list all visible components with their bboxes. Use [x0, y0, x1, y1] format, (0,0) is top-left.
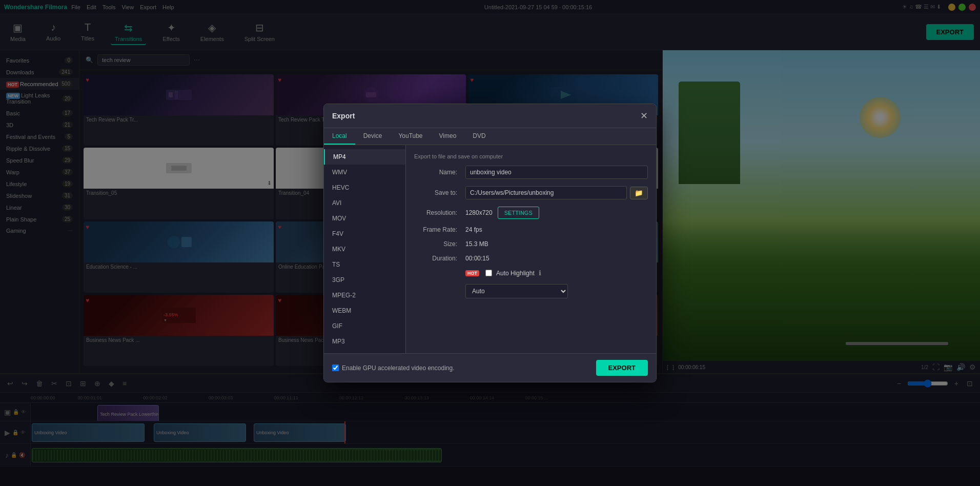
auto-select-value: Auto: [465, 284, 648, 298]
format-ts[interactable]: TS: [324, 257, 405, 272]
auto-select-row: Auto: [414, 284, 648, 298]
name-value: [465, 166, 648, 179]
path-input[interactable]: [465, 186, 627, 199]
dialog-tab-youtube[interactable]: YouTube: [390, 128, 431, 145]
duration-label: Duration:: [414, 255, 465, 262]
path-row: 📁: [465, 186, 648, 199]
saveto-label: Save to:: [414, 189, 465, 196]
format-avi[interactable]: AVI: [324, 195, 405, 211]
autohighlight-value: HOT Auto Highlight ℹ: [465, 269, 648, 277]
duration-value: 00:00:15: [465, 255, 648, 262]
size-display: 15.3 MB: [465, 240, 488, 248]
format-gif[interactable]: GIF: [324, 318, 405, 334]
dialog-tab-dvd[interactable]: DVD: [464, 128, 494, 145]
format-mpeg2[interactable]: MPEG-2: [324, 288, 405, 303]
saveto-row: Save to: 📁: [414, 186, 648, 199]
resolution-settings-button[interactable]: SETTINGS: [498, 207, 539, 219]
resolution-row: Resolution: 1280x720 SETTINGS: [414, 207, 648, 219]
dialog-title: Export: [332, 112, 355, 120]
dialog-body: MP4 WMV HEVC AVI MOV F4V MKV TS 3GP MPEG…: [324, 145, 656, 353]
footer-left: Enable GPU accelerated video encoding.: [332, 364, 454, 372]
framerate-value: 24 fps: [465, 226, 648, 233]
gpu-label: Enable GPU accelerated video encoding.: [342, 364, 454, 372]
format-f4v[interactable]: F4V: [324, 226, 405, 241]
export-dialog: Export ✕ Local Device YouTube Vimeo DVD …: [323, 104, 657, 382]
framerate-display: 24 fps: [465, 226, 482, 233]
auto-select-dropdown[interactable]: Auto: [465, 284, 568, 298]
format-mkv[interactable]: MKV: [324, 241, 405, 257]
size-row: Size: 15.3 MB: [414, 240, 648, 248]
size-value: 15.3 MB: [465, 240, 648, 248]
format-wmv[interactable]: WMV: [324, 165, 405, 180]
dialog-footer: Enable GPU accelerated video encoding. E…: [324, 353, 656, 382]
duration-row: Duration: 00:00:15: [414, 255, 648, 262]
framerate-row: Frame Rate: 24 fps: [414, 226, 648, 233]
format-mp3[interactable]: MP3: [324, 334, 405, 349]
dialog-close-button[interactable]: ✕: [640, 110, 648, 121]
name-label: Name:: [414, 169, 465, 176]
resolution-label: Resolution:: [414, 209, 465, 216]
format-mov[interactable]: MOV: [324, 211, 405, 226]
format-webm[interactable]: WEBM: [324, 303, 405, 318]
format-mp4[interactable]: MP4: [324, 149, 405, 165]
dialog-tab-vimeo[interactable]: Vimeo: [431, 128, 465, 145]
dialog-header: Export ✕: [324, 104, 656, 128]
dialog-tab-local[interactable]: Local: [324, 128, 355, 145]
name-row: Name:: [414, 166, 648, 179]
format-hevc[interactable]: HEVC: [324, 180, 405, 195]
autohighlight-row: HOT Auto Highlight ℹ: [414, 269, 648, 277]
autohighlight-hot-badge: HOT: [465, 270, 479, 276]
saveto-value: 📁: [465, 186, 648, 199]
autohighlight-checkbox[interactable]: [485, 270, 492, 276]
dialog-tabs: Local Device YouTube Vimeo DVD: [324, 128, 656, 145]
resolution-display: 1280x720: [465, 209, 493, 216]
format-list: MP4 WMV HEVC AVI MOV F4V MKV TS 3GP MPEG…: [324, 145, 406, 353]
format-settings: Export to file and save on computer Name…: [406, 145, 656, 353]
duration-display: 00:00:15: [465, 255, 489, 262]
framerate-label: Frame Rate:: [414, 226, 465, 233]
name-input[interactable]: [465, 166, 648, 179]
export-description: Export to file and save on computer: [414, 153, 648, 159]
folder-browse-button[interactable]: 📁: [630, 187, 648, 199]
gpu-checkbox[interactable]: [332, 364, 339, 371]
resolution-value: 1280x720 SETTINGS: [465, 207, 648, 219]
format-3gp[interactable]: 3GP: [324, 272, 405, 288]
size-label: Size:: [414, 240, 465, 248]
gpu-checkbox-group: Enable GPU accelerated video encoding.: [332, 364, 454, 372]
dialog-tab-device[interactable]: Device: [355, 128, 391, 145]
autohighlight-info-icon[interactable]: ℹ: [539, 269, 541, 277]
export-main-button[interactable]: EXPORT: [596, 360, 648, 376]
autohighlight-label: Auto Highlight: [496, 270, 535, 277]
